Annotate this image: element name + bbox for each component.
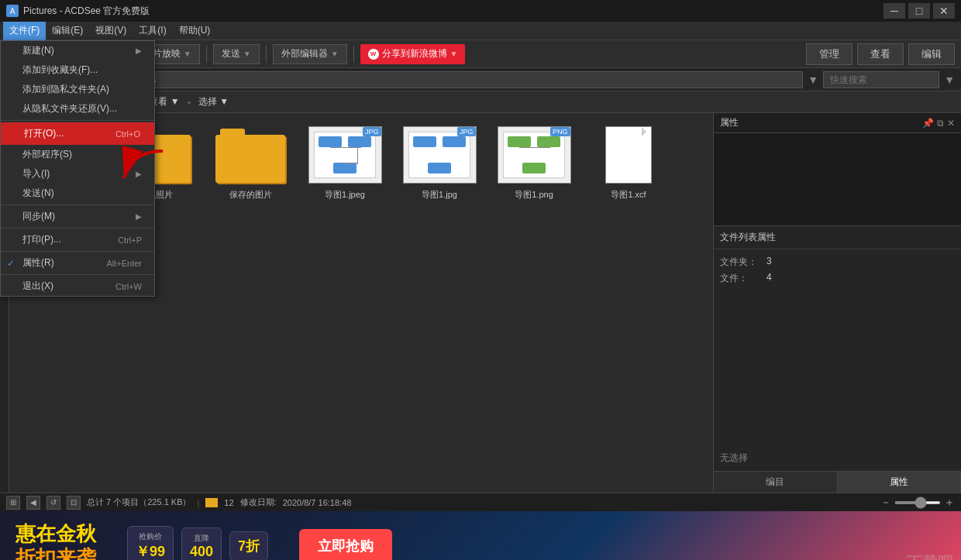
zoom-slider[interactable] <box>894 501 941 504</box>
no-selection-label: 无选择 <box>714 445 961 471</box>
menu-addprivate-label: 添加到隐私文件夹(A) <box>22 83 109 96</box>
addr-dropdown[interactable]: ▼ <box>808 74 818 86</box>
status-icon-1[interactable]: ⊞ <box>6 496 20 510</box>
menu-help[interactable]: 帮助(U) <box>173 22 217 40</box>
menu-tools[interactable]: 工具(I) <box>133 22 172 40</box>
props-pin-button[interactable]: 📌 <box>922 118 934 129</box>
menu-item-add-private[interactable]: 添加到隐私文件夹(A) <box>1 80 154 99</box>
ad-pkg3-label: 7折 <box>238 537 260 555</box>
menu-item-props[interactable]: ✓ 属性(R) Alt+Enter <box>1 253 154 273</box>
file-item-xcf[interactable]: 导图1.xcf <box>583 119 674 204</box>
file-name-jpeg: 导图1.jpeg <box>302 189 388 201</box>
menu-item-exit[interactable]: 退出(X) Ctrl+W <box>1 277 154 296</box>
close-button[interactable]: ✕ <box>933 3 955 19</box>
menu-print-shortcut: Ctrl+P <box>118 235 142 245</box>
menu-item-sync[interactable]: 同步(M) ▶ <box>1 207 154 226</box>
zoom-out-icon[interactable]: － <box>880 496 891 510</box>
arrow-indicator <box>108 143 170 200</box>
toolbar-separator-3 <box>206 46 207 63</box>
menu-file[interactable]: 文件(F) <box>3 22 46 40</box>
weibo-label: 分享到新浪微博 <box>382 47 447 60</box>
ad-cta-button[interactable]: 立即抢购 <box>299 529 392 560</box>
status-folder-icon <box>205 498 218 507</box>
menu-item-open[interactable]: 打开(O)... Ctrl+O <box>1 122 154 145</box>
prop-row-folder: 文件夹： 3 <box>720 256 955 269</box>
menu-removeprivate-label: 从隐私文件夹还原(V)... <box>22 102 117 115</box>
weibo-chevron: ▼ <box>450 50 458 58</box>
properties-header: 属性 📌 ⧉ ✕ <box>714 113 961 133</box>
toolbar-separator-4 <box>266 46 267 63</box>
titlebar: A Pictures - ACDSee 官方免费版 ─ □ ✕ <box>0 0 961 22</box>
file-item-png[interactable]: PNG 导图1.png <box>488 119 580 204</box>
props-close-button[interactable]: ✕ <box>947 118 955 129</box>
app-icon: A <box>6 5 19 17</box>
ad-package-1: 抢购价 ￥99 <box>127 526 174 560</box>
menu-item-new[interactable]: 新建(N) ▶ <box>1 41 154 60</box>
file-item-saved-pics[interactable]: 保存的图片 <box>205 119 296 204</box>
ad-headline-1: 惠在金秋 <box>16 522 96 546</box>
view-mode-button[interactable]: 查看 <box>857 43 904 65</box>
menu-send-label: 发送(N) <box>22 187 54 200</box>
menu-item-print[interactable]: 打印(P)... Ctrl+P <box>1 230 154 249</box>
file-name-xcf: 导图1.xcf <box>586 189 671 201</box>
file-item-jpeg[interactable]: JPG 导图1.jpeg <box>299 119 391 204</box>
statusbar-right: － ＋ <box>880 496 955 510</box>
file-item-jpg[interactable]: JPG 导图1.jpg <box>394 119 485 204</box>
edit-mode-button[interactable]: 编辑 <box>908 43 955 65</box>
menu-import-label: 导入(I) <box>22 167 50 180</box>
ad-headline-2: 折扣来袭 <box>16 546 96 560</box>
properties-preview <box>714 133 961 226</box>
file-thumb-saved <box>208 124 292 186</box>
menu-sep-1 <box>1 120 154 121</box>
right-panel: 属性 📌 ⧉ ✕ 文件列表属性 文件夹： 3 文件： 4 无选择 <box>713 113 961 493</box>
ad-package-3: 7折 <box>229 531 268 560</box>
props-spacer <box>714 354 961 446</box>
jpeg-badge: JPG <box>363 127 381 136</box>
send-button[interactable]: 发送 ▼ <box>213 44 260 64</box>
address-input[interactable] <box>64 71 803 88</box>
ad-pkg2-amount: 400 <box>190 544 213 560</box>
prop-file-label: 文件： <box>720 272 766 285</box>
menu-sync-arrow: ▶ <box>136 212 142 221</box>
titlebar-left: A Pictures - ACDSee 官方免费版 <box>6 5 150 18</box>
properties-content: 文件夹： 3 文件： 4 <box>714 249 961 354</box>
menu-exit-shortcut: Ctrl+W <box>115 282 142 291</box>
red-arrow-svg <box>108 143 170 198</box>
menu-open-label: 打开(O)... <box>24 127 64 140</box>
prop-folder-value: 3 <box>766 256 772 269</box>
ad-package-2: 直降 400 <box>181 527 222 561</box>
menu-item-add-favorites[interactable]: 添加到收藏夹(F)... <box>1 60 154 80</box>
menu-open-shortcut: Ctrl+O <box>115 129 140 139</box>
manage-button[interactable]: 管理 <box>806 43 852 65</box>
status-icon-4[interactable]: ⊡ <box>67 496 81 510</box>
catalog-tab[interactable]: 编目 <box>714 472 838 493</box>
status-icon-2[interactable]: ◀ <box>26 496 40 510</box>
search-input[interactable] <box>823 71 939 88</box>
status-sep-1: | <box>198 498 200 507</box>
menu-print-label: 打印(P)... <box>22 233 61 246</box>
statusbar: ⊞ ◀ ↺ ⊡ 总计 7 个项目（225.1 KB） | 12 修改日期: 20… <box>0 493 961 511</box>
file-name-jpg: 导图1.jpg <box>397 189 482 201</box>
status-modified-label: 修改日期: <box>240 496 277 508</box>
select-button[interactable]: 选择 ▼ <box>194 94 233 110</box>
props-float-button[interactable]: ⧉ <box>937 118 944 129</box>
weibo-share-button[interactable]: W 分享到新浪微博 ▼ <box>360 44 466 64</box>
minimize-button[interactable]: ─ <box>884 3 905 19</box>
menu-exit-label: 退出(X) <box>22 280 53 293</box>
window-title: Pictures - ACDSee 官方免费版 <box>23 5 150 18</box>
prop-file-value: 4 <box>766 272 772 285</box>
status-icon-3[interactable]: ↺ <box>46 496 60 510</box>
prop-folder-label: 文件夹： <box>720 256 766 269</box>
menu-addfav-label: 添加到收藏夹(F)... <box>22 64 98 77</box>
weibo-icon: W <box>368 49 379 60</box>
properties-tabs: 编目 属性 <box>714 471 961 493</box>
attributes-tab[interactable]: 属性 <box>838 472 962 493</box>
menu-item-remove-private[interactable]: 从隐私文件夹还原(V)... <box>1 99 154 119</box>
search-dropdown[interactable]: ▼ <box>944 74 955 86</box>
menu-view[interactable]: 视图(V) <box>89 22 133 40</box>
maximize-button[interactable]: □ <box>908 3 930 19</box>
external-editor-button[interactable]: 外部编辑器 ▼ <box>273 44 347 64</box>
menu-edit[interactable]: 编辑(E) <box>46 22 89 40</box>
toolbar-separator-5 <box>353 46 354 63</box>
zoom-in-icon[interactable]: ＋ <box>944 496 955 510</box>
